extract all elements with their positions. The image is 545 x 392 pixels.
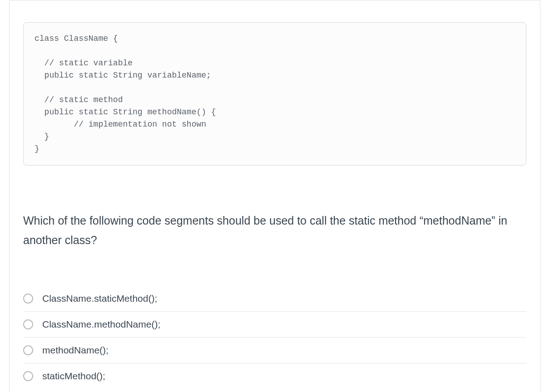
option-label[interactable]: ClassName.staticMethod(); [42,293,157,304]
option-row[interactable]: staticMethod(); [23,363,526,389]
option-row[interactable]: ClassName.methodName(); [23,312,526,338]
radio-icon[interactable] [23,371,33,381]
option-row[interactable]: ClassName.staticMethod(); [23,286,526,312]
question-prompt: Which of the following code segments sho… [23,211,526,250]
option-label[interactable]: ClassName.methodName(); [42,319,160,330]
code-block: class ClassName { // static variable pub… [23,22,526,166]
radio-icon[interactable] [23,294,33,304]
question-card: class ClassName { // static variable pub… [9,0,540,392]
radio-icon[interactable] [23,319,33,329]
option-label[interactable]: staticMethod(); [42,371,105,382]
radio-icon[interactable] [23,345,33,355]
options-list: ClassName.staticMethod(); ClassName.meth… [23,286,526,389]
option-label[interactable]: methodName(); [42,345,109,356]
option-row[interactable]: methodName(); [23,338,526,363]
